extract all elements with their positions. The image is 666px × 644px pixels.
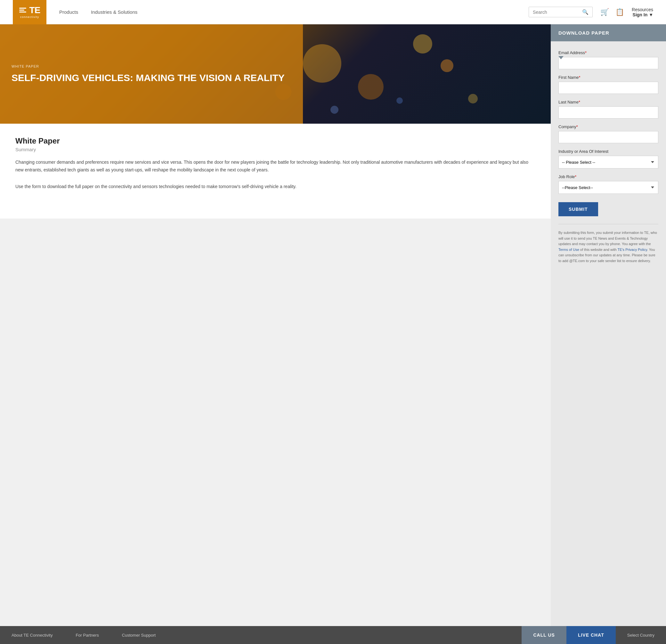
last-name-label: Last Name* (558, 100, 658, 104)
main-container: WHITE PAPER SELF-DRIVING VEHICLES: MAKIN… (0, 24, 666, 626)
wp-title: White Paper (15, 136, 536, 146)
company-group: Company* (558, 124, 658, 143)
hero-text-box: WHITE PAPER SELF-DRIVING VEHICLES: MAKIN… (0, 24, 303, 124)
form-area: Email Address* First Name* Last Name* Co… (551, 41, 666, 272)
wp-subtitle: Summary (15, 147, 536, 152)
download-header-text: DOWNLOAD PAPER (558, 30, 609, 36)
hero-title: SELF-DRIVING VEHICLES: MAKING THE VISION… (12, 72, 292, 84)
first-name-required-star: * (579, 75, 580, 80)
footer-country[interactable]: Select Country (616, 633, 666, 638)
industry-select[interactable]: -- Please Select -- (558, 156, 658, 169)
email-input[interactable] (558, 57, 658, 69)
right-panel: DOWNLOAD PAPER Email Address* First Name… (551, 24, 666, 626)
cart-icon[interactable]: 🛒 (600, 8, 609, 16)
logo-lines-icon (19, 8, 26, 13)
footer-cta: CALL US LIVE CHAT (522, 626, 615, 644)
footer-partners[interactable]: For Partners (64, 633, 110, 638)
logo[interactable]: TE connectivity (13, 0, 47, 24)
footer-about[interactable]: About TE Connectivity (0, 633, 64, 638)
main-nav: Products Industries & Solutions (59, 9, 529, 15)
live-chat-button[interactable]: LIVE CHAT (566, 626, 616, 644)
submit-button[interactable]: SUBMIT (558, 202, 598, 216)
last-name-required-star: * (579, 100, 580, 104)
call-us-button[interactable]: CALL US (522, 626, 566, 644)
header-triangle (558, 56, 563, 59)
footer-support[interactable]: Customer Support (110, 633, 168, 638)
terms-of-use-link[interactable]: Terms of Use (558, 248, 579, 252)
logo-sub-text: connectivity (20, 15, 39, 19)
search-input[interactable] (533, 10, 582, 15)
last-name-input[interactable] (558, 106, 658, 119)
hero-label: WHITE PAPER (12, 64, 292, 68)
resources-signin[interactable]: Resources Sign In ▼ (632, 7, 653, 17)
job-role-group: Job Role* --Please Select-- (558, 174, 658, 194)
resources-label: Resources (632, 7, 653, 12)
job-role-required-star: * (575, 174, 576, 179)
logo-brand-text: TE (30, 6, 40, 15)
left-content: WHITE PAPER SELF-DRIVING VEHICLES: MAKIN… (0, 24, 551, 626)
industry-label: Industry or Area Of Interest (558, 149, 658, 154)
company-input[interactable] (558, 131, 658, 143)
disclaimer-text: By submitting this form, you submit your… (558, 230, 658, 264)
form-divider (558, 224, 658, 224)
job-role-select[interactable]: --Please Select-- (558, 181, 658, 194)
search-bar[interactable]: 🔍 (529, 7, 593, 17)
industry-group: Industry or Area Of Interest -- Please S… (558, 149, 658, 169)
page-body: White Paper Summary Changing consumer de… (0, 124, 551, 219)
email-label: Email Address* (558, 50, 658, 55)
footer-links: About TE Connectivity For Partners Custo… (0, 633, 522, 638)
icon-area: 🛒 📋 (600, 8, 624, 16)
sign-in-label[interactable]: Sign In ▼ (632, 12, 653, 17)
first-name-group: First Name* (558, 75, 658, 94)
footer: About TE Connectivity For Partners Custo… (0, 626, 666, 644)
email-group: Email Address* (558, 50, 658, 69)
download-header: DOWNLOAD PAPER (551, 24, 666, 41)
clipboard-icon[interactable]: 📋 (615, 8, 624, 16)
header: TE connectivity Products Industries & So… (0, 0, 666, 24)
last-name-group: Last Name* (558, 100, 658, 119)
nav-products[interactable]: Products (59, 9, 78, 15)
company-label: Company* (558, 124, 658, 129)
first-name-input[interactable] (558, 82, 658, 94)
wp-body-1: Changing consumer demands and preference… (15, 158, 536, 174)
search-icon: 🔍 (582, 9, 589, 15)
company-required-star: * (576, 124, 578, 129)
privacy-policy-link[interactable]: TE's Privacy Policy (617, 248, 647, 252)
nav-industries[interactable]: Industries & Solutions (91, 9, 137, 15)
email-required-star: * (585, 50, 586, 55)
job-role-label: Job Role* (558, 174, 658, 179)
wp-body-2: Use the form to download the full paper … (15, 183, 536, 191)
hero-section: WHITE PAPER SELF-DRIVING VEHICLES: MAKIN… (0, 24, 551, 124)
first-name-label: First Name* (558, 75, 658, 80)
